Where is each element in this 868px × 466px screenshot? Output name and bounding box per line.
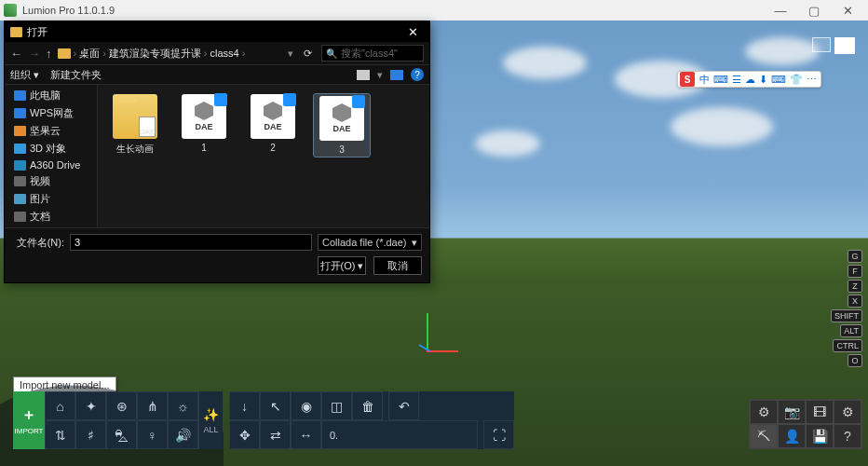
tree-node-icon [14,90,26,101]
ime-item[interactable]: ⋯ [807,74,817,86]
ime-item[interactable]: 中 [699,73,710,87]
move-tool-button[interactable]: ✥ [229,420,260,449]
mode-button[interactable]: ⚙ [834,400,861,424]
tree-node[interactable]: WPS网盘 [5,104,97,122]
nav-up-button[interactable]: ↑ [46,47,52,61]
crumb-item[interactable]: 桌面 [79,47,100,61]
mode-button[interactable]: 📷 [778,400,806,424]
tree-node-icon [14,160,26,171]
ime-item[interactable]: 👕 [790,74,803,86]
organize-menu[interactable]: 组织 ▾ [10,68,39,82]
filetype-filter[interactable]: Collada file (*.dae)▾ [318,234,422,251]
folder-icon [58,48,71,59]
dialog-titlebar[interactable]: 打开 ✕ [5,21,429,42]
tree-node[interactable]: A360 Drive [5,158,97,172]
crumb-item[interactable]: 建筑渲染专项提升课 [109,47,201,61]
category-button[interactable]: ♯ [75,420,106,449]
ime-item[interactable]: ⌨ [771,74,786,86]
app-titlebar: Lumion Pro 11.0.1.9 — ▢ ✕ [0,0,868,21]
breadcrumb[interactable]: › 桌面 › 建筑渲染专项提升课 › class4 › ▾ [58,47,294,61]
tree-node-icon [14,194,26,204]
tool-button[interactable]: ↖ [260,391,291,420]
app-icon [4,4,17,17]
new-folder-button[interactable]: 新建文件夹 [50,68,102,82]
key-hints: G F Z X SHIFT ALT CTRL O [831,250,862,367]
mode-button[interactable]: ? [834,424,861,448]
file-item[interactable]: DAE生长动画 [107,94,163,156]
mode-button[interactable]: 🎞 [806,400,834,424]
view-mode-button[interactable] [357,70,370,80]
category-button[interactable]: ⌂ [45,391,75,420]
value-display[interactable]: 0. [321,420,478,449]
file-list[interactable]: DAE生长动画DAE1DAE2DAE3 [98,85,429,227]
file-item[interactable]: DAE1 [176,94,232,153]
dialog-nav: ← → ↑ › 桌面 › 建筑渲染专项提升课 › class4 › ▾ ⟳ 🔍 … [5,42,429,64]
undo-button[interactable]: ↶ [388,391,419,420]
tree-node[interactable]: 3D 对象 [5,140,97,158]
tree-node[interactable]: 图片 [5,190,97,208]
category-button[interactable]: ♀ [137,420,168,449]
file-item[interactable]: DAE2 [245,94,301,153]
key-hint: ALT [840,324,862,337]
cancel-button[interactable]: 取消 [373,256,422,275]
category-button[interactable]: 🔊 [168,420,198,449]
dae-file-icon: DAE [182,94,226,139]
tool-button[interactable]: ◫ [321,391,352,420]
camera-frame-icon [834,37,855,54]
sky-clouds [428,9,868,233]
window-close-button[interactable]: ✕ [831,1,864,20]
mode-button[interactable]: ⛏ [750,424,778,448]
expand-button[interactable]: ⛶ [483,420,514,449]
all-categories-button[interactable]: ✨ ALL [198,391,223,449]
file-name: 2 [270,143,276,153]
mode-button[interactable]: ⚙ [750,400,778,424]
tree-node[interactable]: 坚果云 [5,122,97,140]
tool-button[interactable]: 🗑 [352,391,383,420]
ime-item[interactable]: ☁ [745,74,755,86]
key-hint: F [848,265,862,278]
open-button[interactable]: 打开(O) ▾ [318,256,366,275]
filename-label: 文件名(N): [12,236,64,250]
scale-tool-button[interactable]: ↔ [291,420,321,449]
tree-node-label: 视频 [30,174,50,188]
tree-node-icon [14,144,26,154]
chevron-down-icon[interactable]: ▾ [288,48,293,60]
category-button[interactable]: ☼ [168,391,198,420]
folder-tree[interactable]: 此电脑WPS网盘坚果云3D 对象A360 Drive视频图片文档下载音乐桌面OS… [5,85,98,227]
dialog-close-button[interactable]: ✕ [401,25,424,39]
dae-file-icon: DAE [251,94,295,139]
category-button[interactable]: ⇅ [45,420,75,449]
file-item[interactable]: DAE3 [314,94,370,157]
category-button[interactable]: ⋔ [137,391,168,420]
preview-pane-button[interactable] [390,70,403,80]
category-button[interactable]: ⛍ [106,420,137,449]
mode-button[interactable]: 👤 [778,424,806,448]
window-maximize-button[interactable]: ▢ [797,1,831,20]
tree-node[interactable]: 此电脑 [5,87,97,104]
import-button[interactable]: ＋ IMPORT [13,391,45,449]
swap-tool-button[interactable]: ⇄ [260,420,291,449]
dialog-title: 打开 [27,25,401,39]
tool-button[interactable]: ◉ [291,391,321,420]
ime-item[interactable]: ☰ [732,74,741,86]
nav-back-button[interactable]: ← [10,47,22,61]
category-button[interactable]: ⊛ [106,391,137,420]
tool-button[interactable]: ↓ [229,391,260,420]
crumb-item[interactable]: class4 [210,48,239,59]
tree-node-label: 3D 对象 [30,142,66,156]
tree-node[interactable]: 文档 [5,208,97,226]
window-minimize-button[interactable]: — [764,1,797,20]
ime-item[interactable]: ⌨ [713,74,728,86]
ime-toolbar[interactable]: S 中 ⌨ ☰ ☁ ⬇ ⌨ 👕 ⋯ [677,71,821,88]
help-button[interactable]: ? [411,68,424,81]
search-input[interactable]: 🔍 搜索"class4" [321,45,424,62]
filename-input[interactable] [70,234,312,251]
tree-node-label: A360 Drive [30,159,80,171]
mode-button[interactable]: 💾 [806,424,834,448]
nav-forward-button[interactable]: → [28,47,40,61]
refresh-button[interactable]: ⟳ [299,48,316,60]
category-button[interactable]: ✦ [75,391,106,420]
ime-item[interactable]: ⬇ [759,74,767,86]
tree-node[interactable]: 视频 [5,172,97,190]
camera-preview[interactable] [812,37,855,54]
